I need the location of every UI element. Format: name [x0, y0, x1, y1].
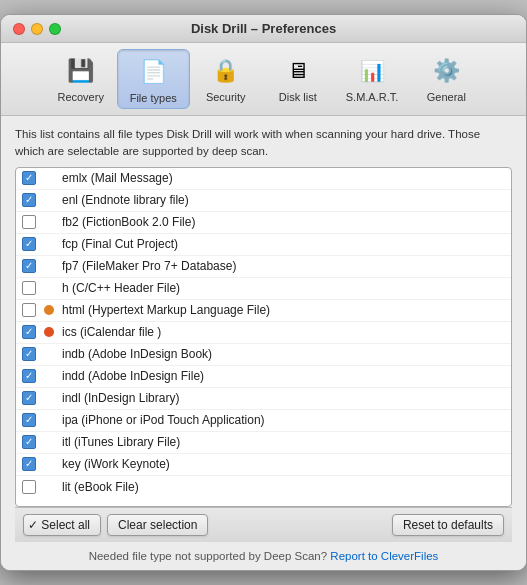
reset-defaults-button[interactable]: Reset to defaults [392, 514, 504, 536]
toolbar-label-disklist: Disk list [279, 91, 317, 103]
file-type-icon [42, 170, 58, 186]
file-checkbox[interactable] [22, 347, 36, 361]
file-name-text: indd (Adobe InDesign File) [62, 369, 204, 383]
file-item[interactable]: ics (iCalendar file ) [16, 322, 511, 344]
file-item[interactable]: indl (InDesign Library) [16, 388, 511, 410]
file-item[interactable]: emlx (Mail Message) [16, 168, 511, 190]
file-checkbox[interactable] [22, 259, 36, 273]
file-name-text: fb2 (FictionBook 2.0 File) [62, 215, 195, 229]
file-name-text: ipa (iPhone or iPod Touch Application) [62, 413, 265, 427]
file-checkbox[interactable] [22, 391, 36, 405]
file-name-text: fp7 (FileMaker Pro 7+ Database) [62, 259, 236, 273]
footer-text: Needed file type not supported by Deep S… [89, 550, 331, 562]
file-item[interactable]: ipa (iPhone or iPod Touch Application) [16, 410, 511, 432]
toolbar-label-security: Security [206, 91, 246, 103]
toolbar-item-recovery[interactable]: Recovery [45, 49, 117, 109]
clear-selection-button[interactable]: Clear selection [107, 514, 208, 536]
toolbar-item-disklist[interactable]: Disk list [262, 49, 334, 109]
toolbar-item-smart[interactable]: S.M.A.R.T. [334, 49, 411, 109]
file-type-icon [42, 368, 58, 384]
file-type-icon [42, 346, 58, 362]
file-type-icon [42, 192, 58, 208]
toolbar: Recovery File types Security Disk list S… [1, 43, 526, 116]
file-name-text: lit (eBook File) [62, 480, 139, 494]
content-area: This list contains all file types Disk D… [1, 116, 526, 541]
file-checkbox[interactable] [22, 435, 36, 449]
file-type-icon [42, 258, 58, 274]
toolbar-label-recovery: Recovery [57, 91, 103, 103]
file-name-text: indb (Adobe InDesign Book) [62, 347, 212, 361]
file-type-icon [42, 324, 58, 340]
file-name-text: indl (InDesign Library) [62, 391, 179, 405]
toolbar-item-filetypes[interactable]: File types [117, 49, 190, 109]
file-item[interactable]: itl (iTunes Library File) [16, 432, 511, 454]
minimize-button[interactable] [31, 23, 43, 35]
toolbar-label-general: General [427, 91, 466, 103]
title-bar: Disk Drill – Preferences [1, 15, 526, 43]
file-checkbox[interactable] [22, 457, 36, 471]
file-type-icon [42, 214, 58, 230]
file-item[interactable]: indd (Adobe InDesign File) [16, 366, 511, 388]
file-checkbox[interactable] [22, 171, 36, 185]
file-item[interactable]: key (iWork Keynote) [16, 454, 511, 476]
file-type-icon [42, 280, 58, 296]
file-list-container[interactable]: emlx (Mail Message)enl (Endnote library … [15, 167, 512, 507]
file-name-text: h (C/C++ Header File) [62, 281, 180, 295]
file-checkbox[interactable] [22, 325, 36, 339]
toolbar-label-smart: S.M.A.R.T. [346, 91, 399, 103]
footer: Needed file type not supported by Deep S… [1, 542, 526, 570]
select-all-button[interactable]: ✓ Select all [23, 514, 101, 536]
file-checkbox[interactable] [22, 303, 36, 317]
filetypes-icon [135, 54, 171, 90]
traffic-lights [13, 23, 61, 35]
file-checkbox[interactable] [22, 281, 36, 295]
file-type-icon [42, 236, 58, 252]
file-checkbox[interactable] [22, 480, 36, 494]
file-type-icon [42, 390, 58, 406]
preferences-window: Disk Drill – Preferences Recovery File t… [0, 14, 527, 570]
file-list: emlx (Mail Message)enl (Endnote library … [16, 168, 511, 498]
file-name-text: fcp (Final Cut Project) [62, 237, 178, 251]
file-item[interactable]: fb2 (FictionBook 2.0 File) [16, 212, 511, 234]
close-button[interactable] [13, 23, 25, 35]
file-item[interactable]: indb (Adobe InDesign Book) [16, 344, 511, 366]
security-icon [208, 53, 244, 89]
file-name-text: ics (iCalendar file ) [62, 325, 161, 339]
file-checkbox[interactable] [22, 369, 36, 383]
file-item[interactable]: lit (eBook File) [16, 476, 511, 498]
toolbar-item-security[interactable]: Security [190, 49, 262, 109]
file-name-text: html (Hypertext Markup Language File) [62, 303, 270, 317]
file-name-text: itl (iTunes Library File) [62, 435, 180, 449]
file-item[interactable]: fp7 (FileMaker Pro 7+ Database) [16, 256, 511, 278]
toolbar-item-general[interactable]: General [410, 49, 482, 109]
file-item[interactable]: h (C/C++ Header File) [16, 278, 511, 300]
report-link[interactable]: Report to CleverFiles [330, 550, 438, 562]
description-text: This list contains all file types Disk D… [15, 126, 512, 158]
file-checkbox[interactable] [22, 413, 36, 427]
file-item[interactable]: html (Hypertext Markup Language File) [16, 300, 511, 322]
file-type-icon [42, 456, 58, 472]
file-checkbox[interactable] [22, 193, 36, 207]
bottom-action-bar: ✓ Select all Clear selection Reset to de… [15, 507, 512, 542]
recovery-icon [63, 53, 99, 89]
file-type-icon [42, 412, 58, 428]
smart-icon [354, 53, 390, 89]
file-type-icon [42, 302, 58, 318]
window-title: Disk Drill – Preferences [191, 21, 336, 36]
file-checkbox[interactable] [22, 237, 36, 251]
file-item[interactable]: enl (Endnote library file) [16, 190, 511, 212]
file-item[interactable]: fcp (Final Cut Project) [16, 234, 511, 256]
file-checkbox[interactable] [22, 215, 36, 229]
general-icon [428, 53, 464, 89]
toolbar-label-filetypes: File types [130, 92, 177, 104]
disklist-icon [280, 53, 316, 89]
file-name-text: emlx (Mail Message) [62, 171, 173, 185]
maximize-button[interactable] [49, 23, 61, 35]
file-name-text: enl (Endnote library file) [62, 193, 189, 207]
file-type-icon [42, 479, 58, 495]
file-type-icon [42, 434, 58, 450]
file-name-text: key (iWork Keynote) [62, 457, 170, 471]
